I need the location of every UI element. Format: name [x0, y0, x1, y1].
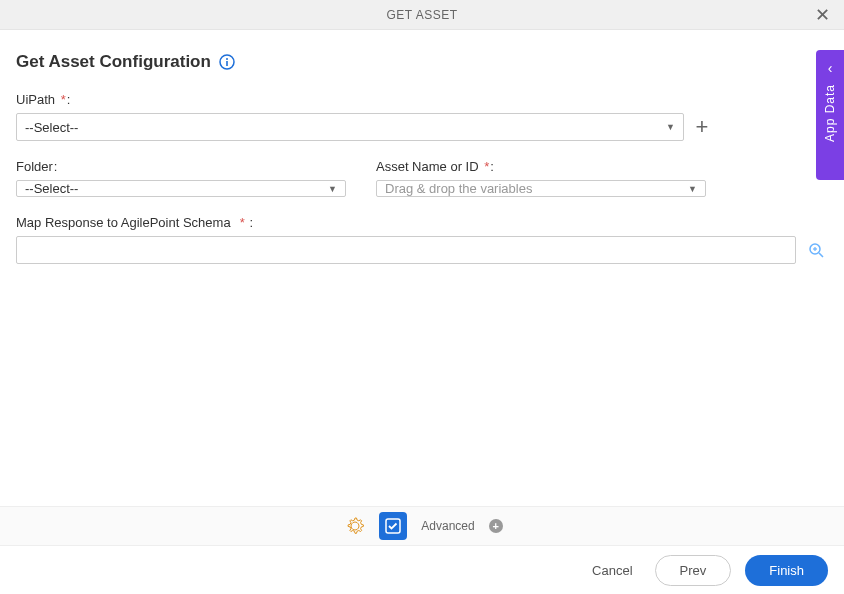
- cancel-button[interactable]: Cancel: [584, 557, 640, 584]
- required-marker: *: [481, 159, 490, 174]
- folder-select[interactable]: --Select-- ▼: [16, 180, 346, 197]
- svg-point-1: [226, 58, 228, 60]
- map-response-input[interactable]: [16, 236, 796, 264]
- uipath-field-group: UiPath * : --Select-- ▼ +: [16, 92, 712, 141]
- configuration-tab-button[interactable]: [379, 512, 407, 540]
- prev-button[interactable]: Prev: [655, 555, 732, 586]
- chevron-down-icon: ▼: [688, 184, 697, 194]
- checkbox-icon: [383, 516, 403, 536]
- svg-rect-2: [226, 61, 228, 66]
- page-title-row: Get Asset Configuration: [16, 52, 828, 72]
- asset-name-label: Asset Name or ID * :: [376, 159, 706, 174]
- finish-button[interactable]: Finish: [745, 555, 828, 586]
- uipath-row: UiPath * : --Select-- ▼ +: [16, 92, 828, 141]
- advanced-label[interactable]: Advanced: [421, 519, 474, 533]
- svg-line-4: [819, 253, 823, 257]
- app-data-label: App Data: [823, 84, 837, 142]
- folder-asset-row: Folder : --Select-- ▼ Asset Name or ID *…: [16, 159, 828, 197]
- add-advanced-button[interactable]: +: [489, 519, 503, 533]
- info-icon[interactable]: [219, 54, 235, 70]
- footer: Cancel Prev Finish: [0, 546, 844, 594]
- dialog-header: GET ASSET ✕: [0, 0, 844, 30]
- close-button[interactable]: ✕: [811, 2, 834, 28]
- plus-icon: +: [696, 114, 709, 140]
- add-uipath-button[interactable]: +: [692, 117, 712, 137]
- chevron-down-icon: ▼: [328, 184, 337, 194]
- page-title: Get Asset Configuration: [16, 52, 211, 72]
- folder-label: Folder :: [16, 159, 346, 174]
- plus-icon: +: [492, 521, 498, 532]
- bottom-toolbar: Advanced +: [0, 506, 844, 546]
- content-area: Get Asset Configuration UiPath * : --Sel…: [0, 30, 844, 280]
- gear-icon: [345, 516, 365, 536]
- map-response-field-group: Map Response to AgilePoint Schema * :: [16, 215, 828, 264]
- uipath-select[interactable]: --Select-- ▼: [16, 113, 684, 141]
- uipath-label: UiPath * :: [16, 92, 712, 107]
- schema-browse-button[interactable]: [804, 238, 828, 262]
- app-data-panel-toggle[interactable]: ‹ App Data: [816, 50, 844, 180]
- search-schema-icon: [807, 241, 825, 259]
- folder-field-group: Folder : --Select-- ▼: [16, 159, 346, 197]
- chevron-left-icon: ‹: [828, 60, 833, 76]
- required-marker: *: [57, 92, 66, 107]
- asset-name-select[interactable]: Drag & drop the variables ▼: [376, 180, 706, 197]
- close-icon: ✕: [815, 5, 830, 25]
- chevron-down-icon: ▼: [666, 122, 675, 132]
- settings-button[interactable]: [341, 512, 369, 540]
- required-marker: *: [233, 215, 245, 230]
- map-response-label: Map Response to AgilePoint Schema * :: [16, 215, 828, 230]
- dialog-title: GET ASSET: [387, 8, 458, 22]
- asset-name-field-group: Asset Name or ID * : Drag & drop the var…: [376, 159, 706, 197]
